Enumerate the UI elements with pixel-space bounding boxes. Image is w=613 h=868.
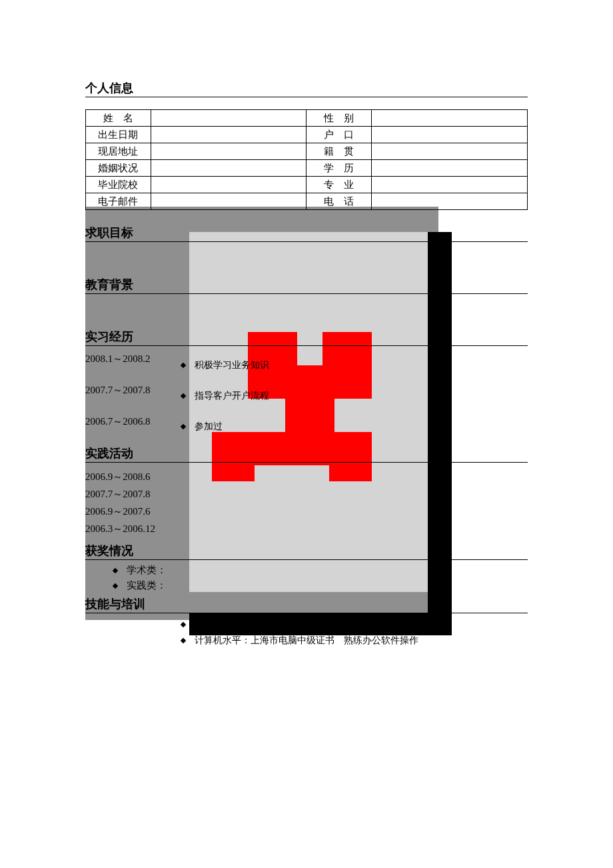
internship-date: 2007.7～2007.8 <box>85 384 528 397</box>
internship-bullet: 指导客户开户流程 <box>181 390 269 402</box>
skill-item: 计算机水平：上海市电脑中级证书 熟练办公软件操作 <box>181 635 528 647</box>
section-awards: 获奖情况 <box>85 543 528 560</box>
label-phone: 电 话 <box>306 193 372 210</box>
activities-dates: 2006.9～2008.6 2007.7～2007.8 2006.9～2007.… <box>85 468 528 537</box>
award-text: 实践类： <box>127 579 167 592</box>
label-birth: 出生日期 <box>86 127 151 143</box>
label-hukou: 户 口 <box>306 127 372 143</box>
section-skills: 技能与培训 <box>85 596 528 613</box>
internship-date: 2008.1～2008.2 <box>85 353 528 365</box>
activity-date: 2007.7～2007.8 <box>85 485 528 503</box>
table-row: 毕业院校 专 业 <box>86 177 528 193</box>
table-row: 婚姻状况 学 历 <box>86 160 528 177</box>
internship-content: 2008.1～2008.2 2007.7～2007.8 2006.7～2006.… <box>85 353 528 428</box>
label-degree: 学 历 <box>306 160 372 177</box>
bullet-text: 指导客户开户流程 <box>195 390 269 402</box>
label-email: 电子邮件 <box>86 193 151 210</box>
label-native: 籍 贯 <box>306 143 372 160</box>
label-school: 毕业院校 <box>86 177 151 193</box>
value-phone <box>372 193 528 210</box>
value-hukou <box>372 127 528 143</box>
value-gender <box>372 110 528 127</box>
label-name: 姓 名 <box>86 110 151 127</box>
bullet-text: 参加过 <box>195 421 223 433</box>
label-major: 专 业 <box>306 177 372 193</box>
skills-list: 语言水平：中级口译证书 英语六级 计算机水平：上海市电脑中级证书 熟练办公软件操… <box>85 619 528 647</box>
value-degree <box>372 160 528 177</box>
award-item: 实践类： <box>113 579 528 592</box>
diamond-bullet-icon <box>181 622 186 627</box>
skill-text: 计算机水平：上海市电脑中级证书 熟练办公软件操作 <box>195 635 418 647</box>
label-address: 现居地址 <box>86 143 151 160</box>
section-personal-info: 个人信息 <box>85 80 528 97</box>
section-activities: 实践活动 <box>85 445 528 463</box>
value-email <box>151 193 306 210</box>
diamond-bullet-icon <box>181 638 186 643</box>
value-native <box>372 143 528 160</box>
table-row: 现居地址 籍 贯 <box>86 143 528 160</box>
bullet-text: 积极学习业务知识 <box>195 359 269 371</box>
section-objective: 求职目标 <box>85 225 528 242</box>
value-address <box>151 143 306 160</box>
diamond-bullet-icon <box>113 583 118 588</box>
value-name <box>151 110 306 127</box>
diamond-bullet-icon <box>181 363 186 368</box>
activity-date: 2006.9～2007.6 <box>85 503 528 520</box>
table-row: 出生日期 户 口 <box>86 127 528 143</box>
personal-info-table: 姓 名 性 别 出生日期 户 口 现居地址 籍 贯 婚姻状况 学 历 毕业院校 … <box>85 109 528 210</box>
internship-bullet: 积极学习业务知识 <box>181 359 269 371</box>
value-birth <box>151 127 306 143</box>
internship-bullet: 参加过 <box>181 421 269 433</box>
diamond-bullet-icon <box>113 567 118 573</box>
table-row: 姓 名 性 别 <box>86 110 528 127</box>
value-major <box>372 177 528 193</box>
label-gender: 性 别 <box>306 110 372 127</box>
activity-date: 2006.9～2008.6 <box>85 468 528 485</box>
skill-text: 语言水平：中级口译证书 英语六级 <box>195 619 353 631</box>
diamond-bullet-icon <box>181 424 186 429</box>
diamond-bullet-icon <box>181 393 186 399</box>
value-school <box>151 177 306 193</box>
award-text: 学术类： <box>127 564 167 577</box>
section-education: 教育背景 <box>85 277 528 294</box>
section-internship: 实习经历 <box>85 329 528 346</box>
table-row: 电子邮件 电 话 <box>86 193 528 210</box>
awards-list: 学术类： 实践类： <box>85 564 528 592</box>
label-marital: 婚姻状况 <box>86 160 151 177</box>
activity-date: 2006.3～2006.12 <box>85 520 528 537</box>
skill-item: 语言水平：中级口译证书 英语六级 <box>181 619 528 631</box>
value-marital <box>151 160 306 177</box>
award-item: 学术类： <box>113 564 528 577</box>
internship-date: 2006.7～2006.8 <box>85 415 528 428</box>
